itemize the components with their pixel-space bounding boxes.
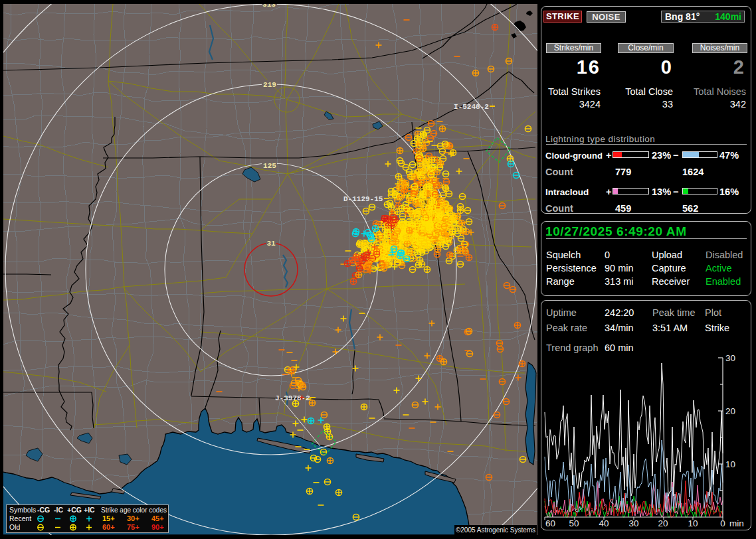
svg-text:60+: 60+: [102, 523, 115, 531]
svg-text:Strike age color codes: Strike age color codes: [101, 506, 167, 514]
svg-text:Old: Old: [9, 523, 21, 531]
svg-text:I-5248-2: I-5248-2: [454, 103, 489, 111]
svg-text:45+: 45+: [151, 514, 164, 522]
svg-text:-IC: -IC: [54, 506, 63, 514]
svg-text:90+: 90+: [151, 523, 164, 531]
svg-text:30+: 30+: [127, 514, 140, 522]
svg-text:31: 31: [266, 240, 276, 248]
svg-text:-CG: -CG: [37, 506, 50, 514]
svg-text:15+: 15+: [102, 514, 115, 522]
svg-text:+CG: +CG: [67, 506, 82, 514]
svg-text:Recent: Recent: [9, 514, 31, 522]
svg-text:219: 219: [263, 81, 276, 89]
svg-text:+IC: +IC: [84, 506, 95, 514]
svg-text:125: 125: [263, 162, 276, 170]
svg-text:J-3978-2: J-3978-2: [275, 394, 310, 402]
svg-text:75+: 75+: [127, 523, 140, 531]
svg-text:Symbols: Symbols: [9, 506, 36, 514]
svg-text:313: 313: [262, 1, 276, 9]
svg-text:D-1129-15: D-1129-15: [343, 195, 383, 203]
